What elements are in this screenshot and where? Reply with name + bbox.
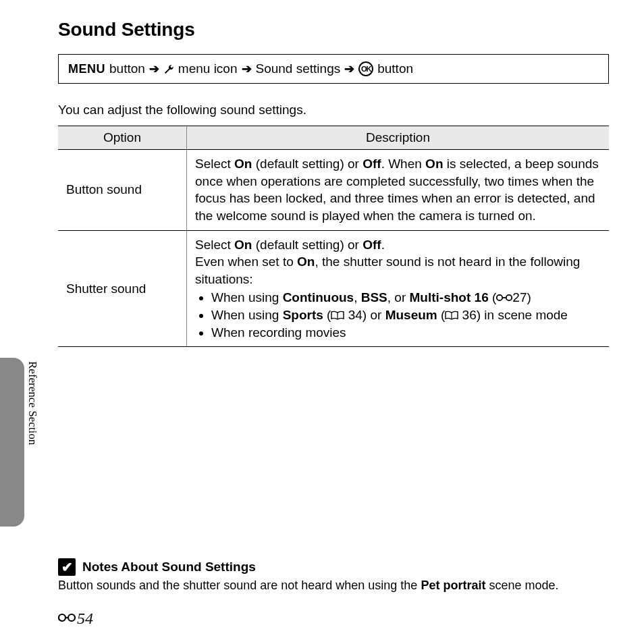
- page-title: Sound Settings: [58, 19, 609, 41]
- th-description: Description: [187, 126, 610, 150]
- arrow-right-icon: ➔: [242, 61, 252, 76]
- notes-block: ✔ Notes About Sound Settings Button soun…: [58, 558, 609, 593]
- svg-point-2: [59, 614, 65, 621]
- reference-link-icon: [58, 610, 76, 628]
- page-number: 54: [77, 610, 93, 628]
- notes-heading: Notes About Sound Settings: [82, 560, 256, 574]
- option-cell: Button sound: [58, 150, 187, 231]
- description-cell: Select On (default setting) or Off. Even…: [187, 230, 610, 347]
- section-label: Reference Section: [26, 361, 39, 445]
- arrow-right-icon: ➔: [149, 61, 159, 76]
- breadcrumb-box: MENU button ➔ menu icon ➔ Sound settings…: [58, 54, 609, 84]
- svg-point-1: [506, 295, 512, 300]
- page-footer: 54: [58, 610, 93, 628]
- ok-button-icon: OK: [358, 61, 373, 76]
- list-item: When recording movies: [211, 324, 601, 342]
- menu-label: MENU: [68, 62, 105, 76]
- reference-link-icon: [496, 290, 512, 304]
- option-cell: Shutter sound: [58, 230, 187, 347]
- nav-text: button: [109, 61, 145, 76]
- wrench-icon: [163, 61, 174, 76]
- list-item: When using Sports ( 34) or Museum ( 36) …: [211, 306, 601, 324]
- table-row: Button sound Select On (default setting)…: [58, 150, 609, 231]
- side-thumb-tab: [0, 358, 24, 527]
- nav-text: menu icon: [178, 61, 238, 76]
- list-item: When using Continuous, BSS, or Multi-sho…: [211, 289, 601, 306]
- svg-point-3: [68, 614, 75, 621]
- checkmark-badge-icon: ✔: [58, 558, 76, 576]
- book-icon: [445, 308, 458, 322]
- arrow-right-icon: ➔: [344, 61, 354, 76]
- th-option: Option: [58, 126, 187, 150]
- intro-text: You can adjust the following sound setti…: [58, 103, 609, 117]
- notes-body: Button sounds and the shutter sound are …: [58, 579, 609, 593]
- svg-point-0: [497, 295, 502, 300]
- book-icon: [331, 308, 344, 322]
- description-cell: Select On (default setting) or Off. When…: [187, 150, 610, 231]
- table-row: Shutter sound Select On (default setting…: [58, 230, 609, 347]
- nav-text: button: [377, 61, 413, 76]
- nav-text: Sound settings: [256, 61, 341, 76]
- options-table: Option Description Button sound Select O…: [58, 126, 609, 347]
